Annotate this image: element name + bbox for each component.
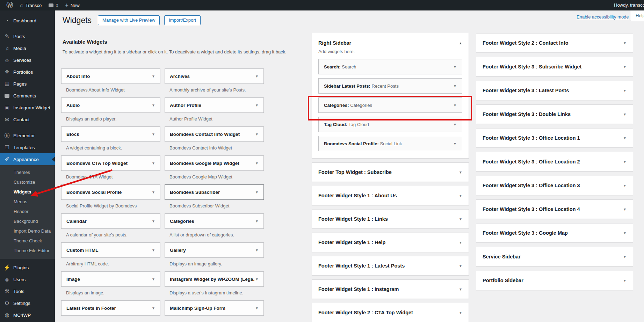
chevron-down-icon[interactable]: ▼ (623, 255, 627, 259)
collapsed-sidebar-panel[interactable]: Service Sidebar ▼ (476, 247, 633, 266)
chevron-down-icon[interactable]: ▼ (459, 311, 462, 315)
chevron-down-icon[interactable]: ▼ (623, 112, 627, 116)
submenu-item-widgets[interactable]: Widgets (0, 187, 55, 197)
sidebar-widget-bar[interactable]: Search: Search ▼ (318, 59, 462, 74)
collapsed-sidebar-panel[interactable]: Footer Widget Style 3 : Office Location … (476, 176, 633, 195)
site-name-link[interactable]: ⌂ Transco (16, 0, 45, 10)
chevron-down-icon[interactable]: ▼ (623, 160, 627, 164)
chevron-down-icon[interactable]: ▼ (255, 248, 259, 252)
sidebar-item-comments[interactable]: Comments (0, 90, 55, 102)
chevron-down-icon[interactable]: ▼ (152, 74, 155, 78)
submenu-item-theme-check[interactable]: Theme Check (0, 236, 55, 246)
collapsed-sidebar-panel[interactable]: Footer Widget Style 2 : CTA Top Widget ▼ (312, 303, 469, 322)
help-tab[interactable]: Help (630, 10, 644, 21)
sidebar-item-posts[interactable]: ✎ Posts (0, 30, 55, 42)
sidebar-item-elementor[interactable]: Ⓔ Elementor (0, 130, 55, 141)
chevron-down-icon[interactable]: ▼ (453, 103, 457, 107)
chevron-down-icon[interactable]: ▼ (255, 219, 259, 223)
collapsed-sidebar-panel[interactable]: Portfolio Sidebar ▼ (476, 271, 633, 290)
collapsed-sidebar-panel[interactable]: Footer Widget Style 1 : Latest Posts ▼ (312, 256, 469, 276)
chevron-down-icon[interactable]: ▼ (255, 103, 259, 107)
submenu-item-customize[interactable]: Customize (0, 177, 55, 187)
sidebar-item-settings[interactable]: ⚙ Settings (0, 297, 55, 309)
collapsed-sidebar-panel[interactable]: Footer Widget Style 2 : Contact Info ▼ (476, 33, 633, 53)
chevron-down-icon[interactable]: ▼ (459, 217, 462, 221)
submenu-item-background[interactable]: Background (0, 217, 55, 226)
collapse-panel-icon[interactable]: ▲ (459, 41, 462, 45)
sidebar-item-instagram-widget[interactable]: ▣ Instagram Widget (0, 102, 55, 114)
collapsed-sidebar-panel[interactable]: Footer Widget Style 3 : Google Map ▼ (476, 223, 633, 243)
chevron-down-icon[interactable]: ▼ (453, 84, 457, 88)
chevron-down-icon[interactable]: ▼ (623, 136, 627, 140)
import-export-button[interactable]: Import/Export (164, 15, 201, 25)
sidebar-widget-bar[interactable]: Boomdevs Social Profile: Social Link ▼ (318, 136, 462, 151)
sidebar-item-mc4wp[interactable]: ◍ MC4WP (0, 309, 55, 321)
chevron-down-icon[interactable]: ▼ (152, 190, 155, 194)
sidebar-item-media[interactable]: ♫ Media (0, 42, 55, 54)
chevron-down-icon[interactable]: ▼ (152, 248, 155, 252)
chevron-down-icon[interactable]: ▼ (459, 170, 462, 174)
chevron-down-icon[interactable]: ▼ (255, 74, 259, 78)
collapsed-sidebar-panel[interactable]: Footer Widget Style 3 : Office Location … (476, 199, 633, 219)
sidebar-widget-bar-highlighted[interactable]: Categories: Categories ▼ (318, 97, 462, 113)
collapsed-sidebar-panel[interactable]: Footer Widget Style 3 : Office Location … (476, 152, 633, 171)
collapsed-sidebar-panel[interactable]: Footer Top Widget : Subscribe ▼ (312, 162, 469, 182)
chevron-down-icon[interactable]: ▼ (152, 161, 155, 165)
submenu-item-header[interactable]: Header (0, 207, 55, 217)
sidebar-widget-bar[interactable]: Tag Cloud: Tag Cloud ▼ (318, 117, 462, 132)
new-content-menu[interactable]: + New (61, 0, 83, 10)
chevron-down-icon[interactable]: ▼ (623, 207, 627, 211)
collapsed-sidebar-panel[interactable]: Footer Widget Style 1 : Links ▼ (312, 209, 469, 229)
sidebar-item-contact[interactable]: ✉ Contact (0, 114, 55, 125)
submenu-item-themes[interactable]: Themes (0, 168, 55, 177)
sidebar-item-services[interactable]: ☺ Services (0, 54, 55, 66)
sidebar-item-users[interactable]: ☻ Users (0, 273, 55, 285)
collapsed-sidebar-panel[interactable]: Footer Widget Style 1 : Help ▼ (312, 233, 469, 252)
sidebar-item-templates[interactable]: ❐ Templates (0, 141, 55, 153)
collapsed-sidebar-panel[interactable]: Footer Widget Style 3 : Office Location … (476, 128, 633, 148)
sidebar-item-portfolios[interactable]: ❖ Portfolios (0, 66, 55, 78)
chevron-down-icon[interactable]: ▼ (623, 279, 627, 283)
sidebar-item-pages[interactable]: ▤ Pages (0, 78, 55, 90)
chevron-down-icon[interactable]: ▼ (255, 132, 259, 136)
chevron-down-icon[interactable]: ▼ (459, 264, 462, 268)
chevron-down-icon[interactable]: ▼ (152, 103, 155, 107)
chevron-down-icon[interactable]: ▼ (255, 306, 259, 310)
submenu-item-theme-file-editor[interactable]: Theme File Editor (0, 246, 55, 256)
chevron-down-icon[interactable]: ▼ (152, 219, 155, 223)
manage-with-live-preview-button[interactable]: Manage with Live Preview (98, 15, 160, 25)
submenu-item-import-demo-data[interactable]: Import Demo Data (0, 226, 55, 236)
chevron-down-icon[interactable]: ▼ (453, 65, 457, 69)
chevron-down-icon[interactable]: ▼ (623, 41, 627, 45)
sidebar-item-appearance[interactable]: ✐ Appearance (0, 153, 55, 165)
sidebar-widget-bar[interactable]: Sidebar Latest Posts: Recent Posts ▼ (318, 78, 462, 94)
collapsed-sidebar-panel[interactable]: Footer Widget Style 1 : About Us ▼ (312, 186, 469, 205)
comments-shortcut[interactable]: 0 (45, 0, 61, 10)
collapsed-sidebar-panel[interactable]: Footer Widget Style 1 : Instagram ▼ (312, 279, 469, 299)
chevron-down-icon[interactable]: ▼ (459, 241, 462, 244)
enable-accessibility-mode-link[interactable]: Enable accessibility mode (577, 14, 629, 20)
chevron-down-icon[interactable]: ▼ (152, 277, 155, 281)
collapsed-sidebar-panel[interactable]: Footer Widget Style 3 : Latest Posts ▼ (476, 81, 633, 100)
chevron-down-icon[interactable]: ▼ (255, 190, 259, 194)
submenu-item-menus[interactable]: Menus (0, 197, 55, 207)
wp-logo-menu[interactable]: Ⓦ (3, 0, 16, 10)
chevron-down-icon[interactable]: ▼ (623, 231, 627, 235)
chevron-down-icon[interactable]: ▼ (453, 142, 457, 146)
sidebar-item-dashboard[interactable]: ◔ Dashboard (0, 15, 55, 27)
collapsed-sidebar-panel[interactable]: Footer Widget Style 3 : Double Links ▼ (476, 104, 633, 124)
chevron-down-icon[interactable]: ▼ (459, 287, 462, 291)
chevron-down-icon[interactable]: ▼ (152, 132, 155, 136)
chevron-down-icon[interactable]: ▼ (152, 306, 155, 310)
chevron-down-icon[interactable]: ▼ (623, 65, 627, 69)
sidebar-item-plugins[interactable]: ⚡ Plugins (0, 262, 55, 273)
chevron-down-icon[interactable]: ▼ (623, 184, 627, 188)
howdy-account-menu[interactable]: Howdy, transco (614, 0, 644, 10)
collapsed-sidebar-panel[interactable]: Footer Widget Style 3 : Subscribe Widget… (476, 57, 633, 76)
sidebar-item-tools[interactable]: ⚒ Tools (0, 285, 55, 297)
chevron-down-icon[interactable]: ▼ (255, 161, 259, 165)
chevron-down-icon[interactable]: ▼ (623, 89, 627, 93)
chevron-down-icon[interactable]: ▼ (459, 194, 462, 198)
chevron-down-icon[interactable]: ▼ (255, 277, 259, 281)
chevron-down-icon[interactable]: ▼ (453, 123, 457, 126)
